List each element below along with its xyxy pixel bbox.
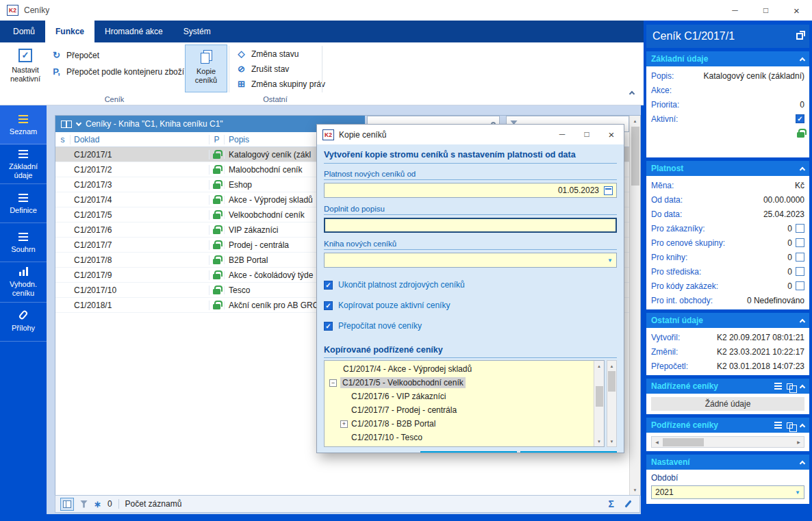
change-rights-group-button[interactable]: ⊞ Změna skupiny práv — [233, 77, 328, 91]
dropdown-icon: ▼ — [607, 257, 613, 264]
lock-icon — [213, 229, 220, 234]
scroll-left-icon[interactable]: ◀ — [652, 437, 662, 447]
maximize-button[interactable]: □ — [750, 0, 781, 21]
filter-settings-button[interactable] — [80, 500, 88, 508]
tree-item[interactable]: C1/2017/7 - Prodej - centrála — [325, 403, 594, 417]
minimize-button[interactable]: ─ — [720, 0, 750, 21]
cascade-icon[interactable] — [787, 383, 793, 390]
collapse-expander-icon[interactable]: − — [329, 379, 337, 387]
sidebar-item-seznam[interactable]: Seznam — [0, 105, 47, 144]
tab-system[interactable]: Systém — [173, 21, 221, 42]
list-icon[interactable] — [774, 422, 782, 429]
append-description-input[interactable] — [324, 218, 617, 233]
checkbox[interactable] — [324, 281, 333, 290]
checkbox[interactable] — [796, 253, 804, 262]
browse-title: Ceníky - Kniha "C1, Kniha ceníku C1" — [86, 119, 223, 129]
collapse-icon — [800, 167, 805, 173]
edit-icon[interactable] — [624, 500, 632, 509]
sidebar-item-zakladni-udaje[interactable]: Základní údaje — [0, 144, 47, 184]
vertical-scrollbar[interactable]: ▲ ▼ — [629, 116, 640, 495]
copy-pricelists-button[interactable]: Kopie ceníků — [185, 45, 227, 92]
dialog-maximize-button[interactable]: □ — [574, 125, 599, 144]
section-header[interactable]: Základní údaje — [646, 51, 809, 66]
section-header[interactable]: Ostatní údaje — [646, 313, 809, 328]
scrollbar-thumb[interactable] — [663, 438, 704, 446]
tree-item[interactable]: −C1/2017/5 - Velkoobchodní ceník — [325, 376, 594, 390]
section-header[interactable]: Platnost — [646, 161, 809, 176]
change-state-button[interactable]: ◇ Změna stavu — [233, 47, 301, 61]
open-in-window-icon[interactable] — [796, 33, 803, 40]
tree-item[interactable]: C1/2017/4 - Akce - Výprodej skladů — [325, 362, 594, 376]
tree-item[interactable]: +C1/2017/8 - B2B Portal — [325, 417, 594, 431]
tab-domu[interactable]: Domů — [3, 21, 45, 42]
section-header[interactable]: Nastavení — [646, 455, 809, 470]
no-data-label: Žádné údaje — [651, 397, 804, 411]
storno-button[interactable]: Storno — [520, 451, 617, 453]
recalculate-new-checkbox-row[interactable]: Přepočítat nové ceníky — [324, 321, 617, 331]
scroll-down-icon[interactable]: ▼ — [630, 485, 640, 495]
recalculate-by-container-button[interactable]: P, Přepočet podle kontejneru zboží — [48, 64, 187, 79]
checkbox[interactable] — [796, 267, 804, 276]
validity-date-input[interactable]: 01.05.2023 — [324, 183, 617, 198]
section-header[interactable]: Nadřízené ceníky — [646, 379, 809, 394]
tab-hromadne-akce[interactable]: Hromadné akce — [94, 21, 173, 42]
tree-scrollbar[interactable]: ▲ ▼ — [594, 361, 604, 446]
end-validity-checkbox-row[interactable]: Ukončit platnost zdrojových ceníků — [324, 280, 617, 290]
checkbox[interactable] — [324, 322, 333, 331]
set-inactive-button[interactable]: Nastavit neaktivní — [4, 45, 47, 92]
scroll-up-icon[interactable]: ▲ — [630, 116, 640, 126]
tab-funkce[interactable]: Funkce — [45, 21, 94, 42]
column-header-doklad[interactable]: Doklad — [71, 135, 210, 144]
column-header-p[interactable]: P — [210, 135, 225, 144]
dialog-close-button[interactable]: × — [599, 125, 624, 144]
ok-button[interactable]: OK — [420, 451, 517, 453]
cascade-icon[interactable] — [787, 422, 793, 429]
tree-item[interactable]: C1/2017/6 - VIP zákazníci — [325, 390, 594, 403]
dialog-scrollbar[interactable]: ▲ ▼ — [607, 360, 617, 447]
sidebar-item-definice[interactable]: Definice — [0, 184, 47, 223]
copy-active-only-checkbox-row[interactable]: Kopírovat pouze aktivní ceníky — [324, 301, 617, 310]
scroll-right-icon[interactable]: ▶ — [794, 437, 804, 447]
form-icon — [18, 149, 28, 158]
cancel-state-button[interactable]: ⊘ Zrušit stav — [233, 62, 292, 76]
list-icon[interactable] — [774, 383, 782, 390]
section-header[interactable]: Podřízené ceníky — [646, 418, 809, 433]
close-button[interactable]: × — [781, 0, 812, 21]
panel-layout-button[interactable] — [60, 498, 74, 511]
active-checkbox[interactable] — [796, 114, 804, 123]
checkbox[interactable] — [324, 301, 333, 310]
scroll-up-icon[interactable]: ▲ — [594, 361, 604, 371]
lock-icon — [213, 168, 220, 174]
scroll-down-icon[interactable]: ▼ — [594, 436, 604, 446]
summary-icon — [18, 231, 28, 241]
scrollbar-thumb[interactable] — [596, 386, 603, 407]
checkbox[interactable] — [796, 238, 804, 247]
scrollbar-thumb[interactable] — [608, 371, 616, 392]
refresh-count-icon[interactable]: ∗ — [94, 499, 101, 509]
ribbon: Nastavit neaktivní ↻ Přepočet P, Přepoče… — [0, 42, 644, 105]
collapse-ribbon-button[interactable] — [630, 88, 634, 98]
checkbox[interactable] — [796, 224, 804, 233]
period-combo[interactable]: 2021 ▼ — [651, 485, 804, 499]
ribbon-tab-bar: Domů Funkce Hromadné akce Systém — [0, 21, 644, 42]
sum-icon[interactable]: Σ — [609, 498, 614, 509]
calendar-icon[interactable] — [604, 186, 613, 195]
checkbox[interactable] — [796, 281, 804, 290]
record-count-label[interactable]: Počet záznamů — [125, 499, 182, 509]
lock-icon — [213, 244, 220, 249]
recalculate-button[interactable]: ↻ Přepočet — [48, 48, 102, 62]
column-header-s[interactable]: s — [55, 135, 71, 144]
sidebar-item-vyhodnoceni-ceniku[interactable]: Vyhodn. ceníku — [0, 262, 47, 302]
scroll-down-icon[interactable]: ▼ — [607, 436, 616, 446]
scroll-up-icon[interactable]: ▲ — [607, 361, 616, 371]
expand-expander-icon[interactable]: + — [340, 420, 348, 428]
scrollbar-thumb[interactable] — [631, 127, 639, 186]
sidebar-item-souhrn[interactable]: Souhrn — [0, 223, 47, 262]
definition-icon — [18, 192, 28, 202]
horizontal-scrollbar[interactable]: ◀ ▶ — [651, 436, 804, 448]
panes-icon — [63, 500, 71, 508]
sidebar-item-prilohy[interactable]: Přílohy — [0, 303, 47, 342]
dialog-minimize-button[interactable]: ─ — [550, 125, 574, 144]
tree-item[interactable]: C1/2017/10 - Tesco — [325, 431, 594, 444]
new-book-combo[interactable]: ▼ — [324, 253, 617, 268]
